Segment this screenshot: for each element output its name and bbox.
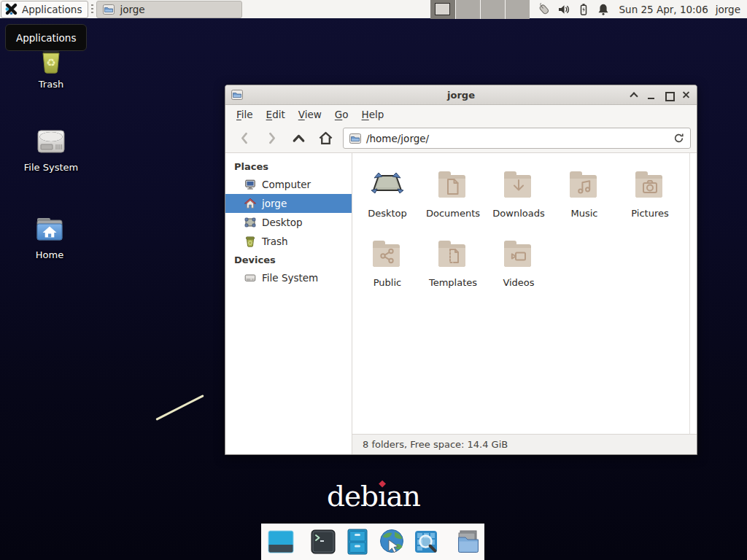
window-controls [629,90,691,100]
panel-handle[interactable] [91,4,93,15]
file-item-downloads[interactable]: Downloads [486,163,551,233]
applications-menu-button[interactable]: Applications [1,1,88,18]
menu-view[interactable]: View [292,106,328,123]
folder-icon-camera-glyph [632,166,667,201]
svg-text:♻: ♻ [46,56,55,69]
workspace-4[interactable] [505,0,530,19]
debian-logo-i-dot: ı [378,480,386,513]
panel-user-menu[interactable]: jorge [716,4,740,15]
desktop-line-artifact [155,394,204,421]
file-item-templates[interactable]: Templates [420,233,486,302]
file-item-label: Templates [429,277,477,288]
folder-icon-video-glyph [501,236,536,271]
main-column: Desktop Documents Downloads Music Pictur… [352,153,697,454]
statusbar: 8 folders, Free space: 14.4 GiB [352,434,697,454]
minimize-button[interactable] [646,90,656,100]
menu-help[interactable]: Help [355,106,391,123]
web-browser-icon[interactable] [377,527,406,556]
volume-icon[interactable] [557,2,571,17]
sidebar-item-label: Desktop [262,217,303,228]
desktop-icon-file-system[interactable]: File System [16,124,86,173]
menu-go[interactable]: Go [328,106,355,123]
file-item-public[interactable]: Public [355,233,420,302]
menu-file[interactable]: File [230,106,260,123]
battery-icon[interactable] [576,2,591,17]
file-manager-window: jorge FileEditViewGoHelp /home/jorge/ Pl… [225,85,697,455]
desktop-icon-label: Trash [16,79,86,90]
menu-edit[interactable]: Edit [260,106,292,123]
location-path[interactable]: /home/jorge/ [366,133,429,144]
drive-desktop-icon [34,124,69,159]
toolbar: /home/jorge/ [225,124,697,153]
maximize-button[interactable] [664,90,673,100]
shade-button[interactable] [629,90,638,100]
workspace-1[interactable] [430,0,455,19]
desktop-icon-label: Home [15,249,85,260]
debian-logo-text: an [387,480,420,513]
taskbar-button-jorge[interactable]: jorge [96,1,242,18]
back-icon[interactable] [231,128,258,149]
debian-logo-text: deb [327,480,378,513]
file-item-label: Pictures [631,208,668,219]
sidebar-item-label: Trash [262,236,288,247]
up-icon[interactable] [285,128,312,149]
directory-menu-icon[interactable] [454,527,483,556]
show-desktop-icon[interactable] [266,527,295,556]
workspace-2[interactable] [455,0,480,19]
sidebar-item-desktop[interactable]: Desktop [225,213,352,232]
file-item-desktop[interactable]: Desktop [355,163,420,233]
input-device-icon[interactable] [537,2,551,17]
home-icon[interactable] [312,128,339,149]
system-tray [537,2,611,17]
dock-panel [261,524,484,560]
workspace-3[interactable] [480,0,505,19]
file-item-label: Videos [503,277,534,288]
close-button[interactable] [681,90,691,100]
reload-icon[interactable] [673,133,684,144]
file-item-music[interactable]: Music [551,163,617,233]
desktop-special-icon [370,166,405,201]
folder-icon-download-glyph [501,166,536,201]
taskbar-button-label: jorge [120,4,144,15]
app-finder-icon[interactable] [411,527,441,556]
home-desktop-icon [32,211,67,246]
file-cabinet-icon[interactable] [343,527,372,556]
notifications-icon[interactable] [596,2,611,17]
applications-tooltip-text: Applications [16,32,76,44]
workspace-pager[interactable] [430,0,530,19]
folder-small-icon [349,133,361,144]
file-item-label: Music [571,208,598,219]
folder-icon-document-glyph [436,166,471,201]
file-item-label: Downloads [492,208,544,219]
desktop-icon-home[interactable]: Home [15,211,85,260]
statusbar-text: 8 folders, Free space: 14.4 GiB [363,439,508,450]
sidebar-item-file-system[interactable]: File System [225,268,352,287]
forward-icon[interactable] [258,128,285,149]
sidebar-item-label: jorge [262,198,287,209]
sidebar-item-computer[interactable]: Computer [225,175,352,194]
panel-clock[interactable]: Sun 25 Apr, 10:06 [619,4,708,15]
file-item-label: Desktop [368,208,407,219]
sidebar-item-label: File System [262,272,318,284]
file-item-pictures[interactable]: Pictures [617,163,683,233]
terminal-icon[interactable] [309,527,338,556]
trash-sidebar-icon [244,236,256,247]
file-item-videos[interactable]: Videos [486,233,551,302]
desktop-sidebar-icon [244,217,256,228]
location-bar[interactable]: /home/jorge/ [343,128,691,149]
debian-logo: debıan [327,481,420,513]
window-titlebar[interactable]: jorge [225,85,697,105]
sidebar-item-trash[interactable]: Trash [225,232,352,251]
scrollbar-track[interactable] [689,153,690,434]
xfce-applications-icon [4,2,18,16]
file-icon-view[interactable]: Desktop Documents Downloads Music Pictur… [352,153,697,434]
drive-sidebar-icon [244,272,256,284]
folder-small-icon [103,4,115,15]
applications-tooltip: Applications [5,24,87,51]
menubar: FileEditViewGoHelp [225,105,697,124]
file-item-documents[interactable]: Documents [420,163,486,233]
places-sidebar: Places Computer jorge Desktop Trash Devi… [225,153,352,454]
window-body: Places Computer jorge Desktop Trash Devi… [225,153,697,454]
file-item-label: Documents [426,208,480,219]
sidebar-item-jorge[interactable]: jorge [225,194,352,213]
